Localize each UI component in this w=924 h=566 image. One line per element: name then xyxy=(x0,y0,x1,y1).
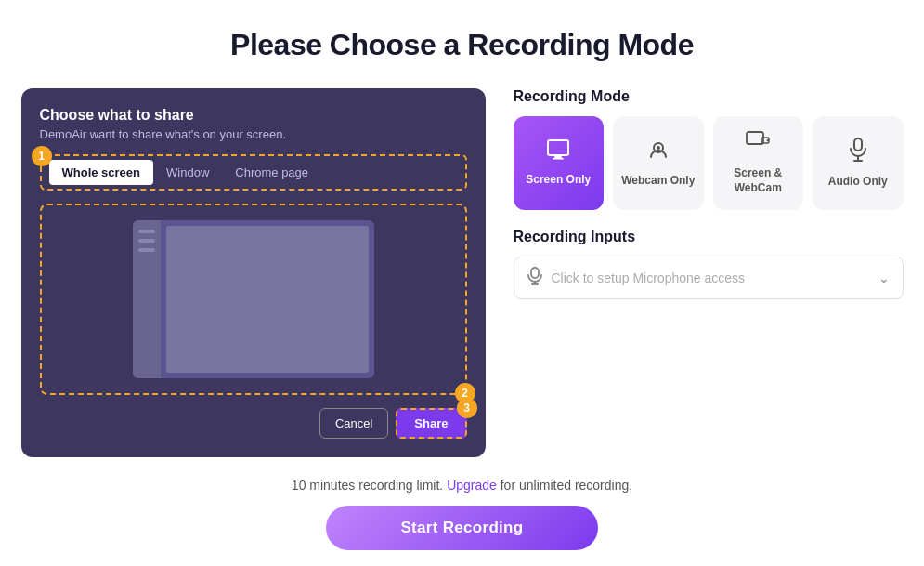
recording-inputs-section: Recording Inputs Click to setup Micropho… xyxy=(514,229,904,299)
svg-rect-10 xyxy=(531,268,539,278)
tab-whole-screen[interactable]: Whole screen xyxy=(49,160,154,185)
panel-subtitle: DemoAir want to share what's on your scr… xyxy=(40,127,467,141)
panel-buttons: Cancel 3 Share xyxy=(40,408,467,439)
recording-modes: Screen Only Webcam Only xyxy=(514,116,904,210)
mode-screen-only[interactable]: Screen Only xyxy=(514,116,605,210)
panel-title: Choose what to share xyxy=(40,107,467,124)
recording-inputs-title: Recording Inputs xyxy=(514,229,904,245)
svg-rect-2 xyxy=(553,158,564,160)
audio-only-label: Audio Only xyxy=(828,175,888,190)
tabs-row: 1 Whole screen Window Chrome page xyxy=(40,154,467,191)
mode-audio-only[interactable]: Audio Only xyxy=(813,116,904,210)
webcam-only-label: Webcam Only xyxy=(621,174,695,189)
audio-icon xyxy=(848,138,868,167)
sidebar-line xyxy=(138,248,155,252)
chevron-down-icon: ⌄ xyxy=(878,270,890,285)
mic-dropdown[interactable]: Click to setup Microphone access ⌄ xyxy=(514,257,904,299)
screen-preview-inner xyxy=(133,220,374,378)
unlimited-text: for unlimited recording. xyxy=(501,478,632,493)
mode-webcam-only[interactable]: Webcam Only xyxy=(613,116,704,210)
screen-webcam-label: Screen & WebCam xyxy=(721,166,797,195)
svg-rect-7 xyxy=(854,138,862,151)
limit-info: 10 minutes recording limit. xyxy=(292,478,443,493)
upgrade-link[interactable]: Upgrade xyxy=(447,478,497,493)
step-3-badge: 3 xyxy=(457,398,477,418)
mic-label: Click to setup Microphone access xyxy=(552,270,869,285)
svg-rect-1 xyxy=(554,156,562,158)
recording-mode-title: Recording Mode xyxy=(514,88,904,105)
mock-content xyxy=(166,226,369,373)
svg-point-4 xyxy=(657,146,660,150)
recording-mode-section: Recording Mode Screen Only xyxy=(514,88,904,210)
right-panel: Recording Mode Screen Only xyxy=(514,88,904,299)
share-button[interactable]: Share xyxy=(396,408,466,439)
tab-chrome-page[interactable]: Chrome page xyxy=(222,160,321,185)
screen-only-icon xyxy=(547,139,569,165)
screen-webcam-icon xyxy=(746,131,770,159)
screen-only-label: Screen Only xyxy=(526,173,591,188)
mock-sidebar xyxy=(133,220,161,378)
svg-rect-0 xyxy=(548,140,568,155)
mock-browser xyxy=(133,220,374,378)
start-recording-button[interactable]: Start Recording xyxy=(326,506,597,550)
cancel-button[interactable]: Cancel xyxy=(319,408,388,439)
bottom-section: 10 minutes recording limit. Upgrade for … xyxy=(292,478,632,550)
main-content: Choose what to share DemoAir want to sha… xyxy=(21,88,904,457)
sidebar-line xyxy=(138,230,155,233)
screen-preview-area: 2 xyxy=(40,204,467,395)
screen-share-panel: Choose what to share DemoAir want to sha… xyxy=(21,88,486,457)
step-1-badge: 1 xyxy=(32,146,52,166)
page-title: Please Choose a Recording Mode xyxy=(230,28,694,62)
limit-text: 10 minutes recording limit. Upgrade for … xyxy=(292,478,632,493)
mic-icon xyxy=(527,267,542,289)
tab-window[interactable]: Window xyxy=(153,160,222,185)
share-button-wrapper: 3 Share xyxy=(396,408,466,439)
webcam-icon xyxy=(647,138,670,166)
sidebar-line xyxy=(138,239,155,243)
mode-screen-webcam[interactable]: Screen & WebCam xyxy=(713,116,804,210)
